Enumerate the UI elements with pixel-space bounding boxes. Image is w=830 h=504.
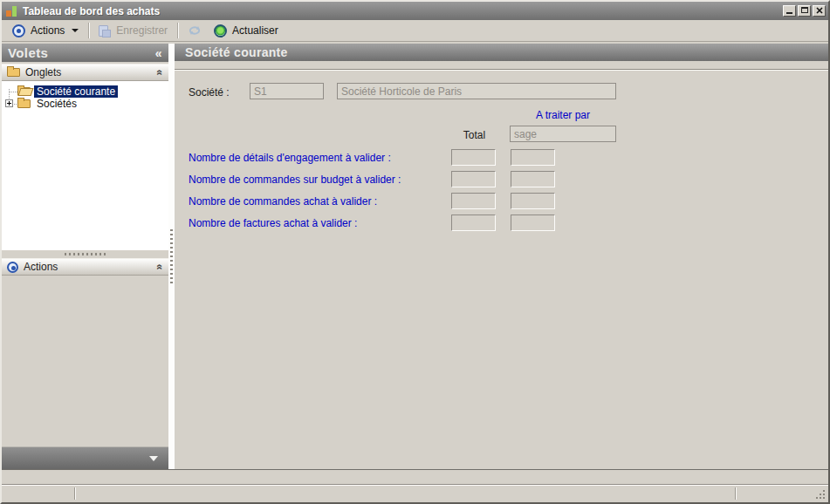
folder-icon xyxy=(7,68,20,77)
col-header-a-traiter: A traiter par xyxy=(510,109,616,121)
close-button[interactable] xyxy=(813,5,826,17)
folder-icon xyxy=(17,99,31,108)
minimize-button[interactable] xyxy=(783,5,796,17)
splitter-grip-dots xyxy=(170,229,173,283)
collapse-section-icon[interactable]: « xyxy=(154,70,167,76)
save-icon xyxy=(99,25,108,37)
sidebar-filler xyxy=(2,276,168,446)
section-onglets[interactable]: Onglets « xyxy=(2,64,168,81)
metric-a-traiter-box[interactable] xyxy=(511,215,555,231)
status-bar-separator xyxy=(74,487,75,500)
collapse-sidebar-icon[interactable]: « xyxy=(155,46,162,60)
company-name-field[interactable] xyxy=(337,83,616,99)
content-area: Volets « Onglets « Société courante Soci… xyxy=(2,42,828,469)
collapse-section-icon[interactable]: « xyxy=(154,264,167,270)
close-icon xyxy=(816,7,823,14)
actions-menu-button[interactable]: Actions xyxy=(6,23,85,39)
main-title: Société courante xyxy=(185,45,288,59)
sidebar-bottom-dropdown[interactable] xyxy=(2,446,168,469)
metric-total-box[interactable] xyxy=(451,193,496,209)
toolbar-separator xyxy=(88,23,89,38)
metric-row-label: Nombre de commandes sur budget à valider… xyxy=(189,174,401,186)
metric-row-label: Nombre de factures achat à valider : xyxy=(189,217,357,229)
section-actions[interactable]: Actions « xyxy=(2,258,168,276)
title-bar: Tableau de bord des achats xyxy=(2,2,828,20)
resize-grip[interactable] xyxy=(823,497,825,499)
metric-a-traiter-box[interactable] xyxy=(511,149,555,166)
chevron-down-icon xyxy=(72,29,79,32)
metric-a-traiter-box[interactable] xyxy=(511,171,555,187)
bottom-strip xyxy=(2,470,828,484)
tree-item-label[interactable]: Sociétés xyxy=(34,98,79,110)
open-folder-icon xyxy=(17,87,31,96)
metric-total-box[interactable] xyxy=(451,215,496,231)
metric-a-traiter-box[interactable] xyxy=(511,193,555,209)
refresh-label: Actualiser xyxy=(232,24,278,37)
minimize-icon xyxy=(786,12,792,14)
actions-bullseye-icon xyxy=(12,24,25,37)
sidebar-title: Volets xyxy=(8,45,48,60)
sidebar-header: Volets « xyxy=(2,44,168,62)
toolbar-separator xyxy=(177,23,178,38)
app-window: { "window": { "title": "Tableau de bord … xyxy=(0,0,830,504)
maximize-icon xyxy=(801,7,808,13)
dropdown-arrow-icon xyxy=(149,456,158,461)
section-onglets-label: Onglets xyxy=(25,66,61,78)
main-panel: Société courante Société : A traiter par… xyxy=(175,44,828,469)
actions-bullseye-icon xyxy=(7,262,18,273)
tree-item-societes[interactable]: Sociétés xyxy=(17,97,79,110)
sidebar: Volets « Onglets « Société courante Soci… xyxy=(2,44,168,469)
window-title: Tableau de bord des achats xyxy=(23,5,160,17)
tree-item-societe-courante[interactable]: Société courante xyxy=(17,85,118,98)
onglets-tree: Société courante Sociétés xyxy=(2,81,168,250)
toolbar: Actions Enregistrer Actualiser xyxy=(2,20,828,42)
metric-row-label: Nombre de commandes achat à valider : xyxy=(189,195,377,208)
splitter-grip-dots xyxy=(65,253,106,255)
company-code-field[interactable] xyxy=(250,83,324,99)
header-separator xyxy=(175,69,828,71)
main-header: Société courante xyxy=(175,44,828,61)
refresh-icon xyxy=(214,24,227,37)
user-field[interactable] xyxy=(510,126,616,142)
metric-total-box[interactable] xyxy=(451,171,496,187)
status-bar-separator xyxy=(735,487,736,500)
metric-row-label: Nombre de détails d'engagement à valider… xyxy=(189,152,391,164)
section-actions-label: Actions xyxy=(24,261,58,273)
refresh-button[interactable]: Actualiser xyxy=(208,23,285,39)
col-header-total: Total xyxy=(451,129,497,141)
sync-button[interactable] xyxy=(182,23,208,38)
actions-menu-label: Actions xyxy=(31,24,65,37)
save-button[interactable]: Enregistrer xyxy=(93,23,174,38)
app-icon xyxy=(6,5,18,17)
sync-arrows-icon xyxy=(188,24,202,37)
status-bar xyxy=(2,484,828,502)
metric-total-box[interactable] xyxy=(451,149,496,166)
tree-item-label[interactable]: Société courante xyxy=(34,85,118,98)
save-label: Enregistrer xyxy=(116,24,168,37)
company-label: Société : xyxy=(189,86,230,99)
maximize-button[interactable] xyxy=(798,5,811,17)
vertical-splitter[interactable] xyxy=(168,44,175,469)
horizontal-splitter[interactable] xyxy=(2,250,168,258)
expand-icon[interactable] xyxy=(5,99,13,107)
tree-connector xyxy=(10,92,17,92)
